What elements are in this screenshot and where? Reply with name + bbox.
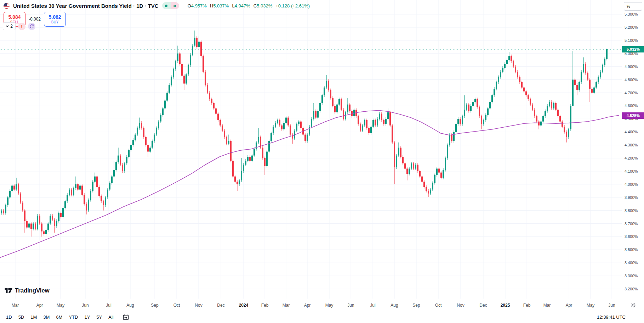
time-axis-label: Feb <box>523 303 531 308</box>
candles-svg[interactable] <box>0 0 622 299</box>
price-axis-label: 3.300% <box>625 274 638 278</box>
go-to-date-button[interactable] <box>123 314 129 320</box>
current-price-badge: 5.032% <box>622 46 644 52</box>
range-button-all[interactable]: All <box>106 313 116 321</box>
time-axis-label: Mar <box>12 303 19 308</box>
range-button-3m[interactable]: 3M <box>41 313 52 321</box>
time-axis-label: 2024 <box>239 303 249 308</box>
price-axis-label: 4.700% <box>625 91 638 95</box>
tradingview-logo-text: TradingView <box>15 287 50 294</box>
market-open-dot-icon <box>162 2 171 9</box>
time-axis-label: Dec <box>479 303 487 308</box>
time-axis-label: May <box>325 303 334 308</box>
gear-icon[interactable] <box>631 302 636 308</box>
market-status-pill[interactable]: ≈ <box>162 2 179 9</box>
time-axis-label: Sep <box>151 303 158 308</box>
time-axis-label: Mar <box>543 303 551 308</box>
toolbar-divider <box>120 314 120 321</box>
time-axis-label: Jun <box>82 303 89 308</box>
alert-warning-chip[interactable]: ! <box>18 23 25 30</box>
range-button-5d[interactable]: 5D <box>16 313 27 321</box>
time-axis-label: Nov <box>195 303 202 308</box>
chart-plot-area[interactable] <box>0 0 622 299</box>
time-axis-label: Aug <box>391 303 398 308</box>
ma-price-badge: 4.525% <box>622 112 644 119</box>
price-axis-label: 5.300% <box>625 12 638 16</box>
price-axis-label: 4.800% <box>625 78 638 82</box>
delayed-data-icon: ≈ <box>171 2 179 9</box>
range-button-5y[interactable]: 5Y <box>94 313 104 321</box>
chart-legend: United States 30 Year Government Bonds Y… <box>4 2 310 9</box>
range-buttons: 1D5D1M3M6MYTD1Y5YAll <box>3 313 117 321</box>
range-button-ytd[interactable]: YTD <box>66 313 80 321</box>
time-axis-label: May <box>587 303 595 308</box>
price-axis-label: 4.600% <box>625 104 638 108</box>
spread-value: -0.002 <box>29 17 41 22</box>
low-value: 4.947% <box>235 3 250 9</box>
refresh-chip[interactable] <box>28 23 35 30</box>
time-axis[interactable]: MarAprMayJunJulAugSepOctNovDec2024FebMar… <box>0 299 622 311</box>
time-axis-label: Aug <box>126 303 134 308</box>
buy-button[interactable]: 5.082 BUY <box>44 12 66 27</box>
close-value: 5.032% <box>257 3 272 9</box>
bottom-toolbar: 1D5D1M3M6MYTD1Y5YAll 12:39:41 UTC <box>0 311 644 323</box>
price-axis-label: 5.100% <box>625 38 638 43</box>
tradingview-app: % 5.300%5.200%5.100%5.000%4.900%4.800%4.… <box>0 0 644 323</box>
price-axis-label: 4.900% <box>625 65 638 69</box>
axis-settings-corner[interactable] <box>622 299 644 311</box>
price-axis-label: 3.600% <box>625 234 638 239</box>
price-axis-label: 3.900% <box>625 195 638 200</box>
time-axis-label: Oct <box>173 303 180 308</box>
time-axis-label: Mar <box>283 303 290 308</box>
high-value: 5.037% <box>213 3 229 9</box>
price-unit-button[interactable]: % <box>624 2 642 11</box>
price-axis-label: 4.400% <box>625 130 638 134</box>
ohlc-values: O4.957% H5.037% L4.947% C5.032% +0.128 (… <box>188 3 310 9</box>
object-tree-row: 2 ! <box>3 22 35 30</box>
price-axis-label: 4.000% <box>625 182 638 186</box>
price-axis-label: 4.200% <box>625 156 638 160</box>
price-axis-label: 4.300% <box>625 143 638 147</box>
range-button-6m[interactable]: 6M <box>53 313 65 321</box>
go-to-date-icon <box>123 314 129 320</box>
price-axis-label: 3.400% <box>625 261 638 265</box>
price-axis-label: 3.500% <box>625 247 638 252</box>
price-axis-label: 3.800% <box>625 208 638 213</box>
range-button-1y[interactable]: 1Y <box>82 313 92 321</box>
time-axis-label: Apr <box>566 303 572 308</box>
clock-utc[interactable]: 12:39:41 UTC <box>597 314 626 320</box>
time-axis-label: May <box>57 303 65 308</box>
tradingview-logo[interactable]: TradingView <box>5 287 50 294</box>
time-axis-label: 2025 <box>501 303 510 308</box>
symbol-title[interactable]: United States 30 Year Government Bonds Y… <box>13 3 159 9</box>
time-axis-label: Apr <box>36 303 43 308</box>
change-value: +0.128 (+2.61%) <box>275 3 310 9</box>
time-axis-label: Dec <box>217 303 224 308</box>
range-button-1d[interactable]: 1D <box>4 313 15 321</box>
time-axis-label: Jul <box>370 303 375 308</box>
time-axis-label: Nov <box>457 303 464 308</box>
price-axis-label: 3.200% <box>625 287 638 291</box>
range-button-1m[interactable]: 1M <box>28 313 39 321</box>
price-axis-label: 4.100% <box>625 169 638 173</box>
time-axis-label: Jun <box>608 303 615 308</box>
time-axis-label: Sep <box>412 303 420 308</box>
time-axis-label: Jun <box>347 303 354 308</box>
price-axis-label: 3.700% <box>625 222 638 226</box>
tradingview-mark-icon <box>5 288 13 294</box>
time-axis-label: Feb <box>261 303 269 308</box>
time-axis-label: Jul <box>106 303 111 308</box>
open-value: 4.957% <box>191 3 207 9</box>
chevron-down-icon <box>6 25 9 27</box>
price-axis[interactable]: % 5.300%5.200%5.100%5.000%4.900%4.800%4.… <box>622 0 644 299</box>
price-axis-label: 5.200% <box>625 25 638 29</box>
time-axis-label: Apr <box>304 303 311 308</box>
time-axis-label: Oct <box>435 303 442 308</box>
layers-collapse-button[interactable]: 2 <box>3 22 16 30</box>
us-flag-icon <box>4 3 10 9</box>
refresh-icon <box>29 24 34 29</box>
